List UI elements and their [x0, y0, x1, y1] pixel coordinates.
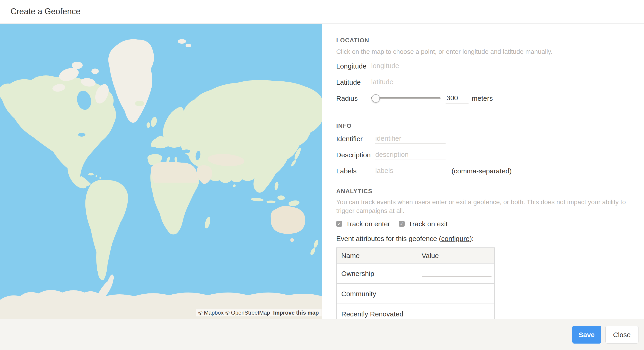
radius-row: Radius meters [336, 92, 644, 104]
identifier-input[interactable] [375, 133, 446, 144]
map-attribution: © Mapbox © OpenStreetMap Improve this ma… [196, 309, 322, 316]
attribute-name: Ownership [336, 263, 417, 284]
event-attributes-line: Event attributes for this geofence (conf… [336, 234, 644, 243]
latitude-label: Latitude [336, 78, 371, 86]
longitude-row: Longitude [336, 60, 644, 72]
identifier-label: Identifier [336, 134, 375, 142]
attribute-name: Recently Renovated [336, 304, 417, 319]
labels-label: Labels [336, 167, 375, 174]
map[interactable]: © Mapbox © OpenStreetMap Improve this ma… [0, 24, 322, 319]
attribute-value-input-recently-renovated[interactable] [422, 307, 492, 317]
location-helper-text: Click on the map to choose a point, or e… [336, 47, 644, 56]
modal-header: Create a Geofence [0, 0, 644, 24]
mapbox-attribution-link[interactable]: © Mapbox [198, 309, 224, 316]
modal-body: © Mapbox © OpenStreetMap Improve this ma… [0, 24, 644, 319]
geofence-form-panel: LOCATION Click on the map to choose a po… [322, 24, 644, 319]
event-attributes-text-before: Event attributes for this geofence ( [336, 235, 441, 242]
create-geofence-modal: Create a Geofence [0, 0, 644, 350]
radius-value-input[interactable] [446, 92, 468, 103]
table-row: Ownership [336, 263, 494, 284]
attribute-value-input-ownership[interactable] [422, 267, 492, 277]
attribute-value-input-community[interactable] [422, 287, 492, 297]
info-heading: INFO [336, 122, 644, 129]
labels-input[interactable] [375, 165, 446, 176]
longitude-input[interactable] [371, 60, 442, 71]
location-section: LOCATION Click on the map to choose a po… [336, 37, 644, 104]
latitude-row: Latitude [336, 76, 644, 88]
track-on-enter-label: Track on enter [346, 220, 390, 227]
labels-row: Labels (comma-separated) [336, 165, 644, 177]
world-map-svg [0, 24, 322, 319]
location-heading: LOCATION [336, 37, 644, 44]
track-on-enter-checkbox[interactable] [336, 221, 342, 227]
configure-link[interactable]: configure [441, 235, 470, 242]
name-column-header: Name [336, 248, 417, 263]
event-attributes-table: Name Value Ownership Community [336, 247, 495, 319]
description-row: Description [336, 148, 644, 160]
tracking-checkboxes: Track on enter Track on exit [336, 219, 644, 228]
track-on-exit-label: Track on exit [408, 220, 448, 227]
modal-footer: Save Close [0, 319, 644, 350]
labels-note: (comma-separated) [452, 167, 512, 174]
value-column-header: Value [417, 248, 494, 263]
table-row: Community [336, 284, 494, 304]
save-button[interactable]: Save [572, 325, 601, 343]
longitude-label: Longitude [336, 62, 371, 70]
close-button[interactable]: Close [605, 325, 638, 343]
radius-slider-track[interactable] [371, 97, 440, 99]
improve-this-map-link[interactable]: Improve this map [273, 309, 319, 316]
radius-slider-thumb[interactable] [372, 94, 380, 103]
info-section: INFO Identifier Description Labels (comm… [336, 122, 644, 177]
table-row: Recently Renovated [336, 304, 494, 319]
analytics-heading: ANALYTICS [336, 188, 644, 195]
radius-slider[interactable] [371, 92, 440, 104]
description-label: Description [336, 151, 375, 158]
latitude-input[interactable] [371, 76, 442, 87]
description-input[interactable] [375, 149, 446, 160]
radius-label: Radius [336, 94, 371, 102]
attribute-name: Community [336, 284, 417, 304]
analytics-helper-text: You can track events when users enter or… [336, 198, 644, 215]
identifier-row: Identifier [336, 132, 644, 144]
radius-unit-label: meters [472, 94, 493, 102]
table-header-row: Name Value [336, 248, 494, 263]
track-on-exit-checkbox[interactable] [399, 221, 405, 227]
osm-attribution-link[interactable]: © OpenStreetMap [226, 309, 270, 316]
page-title: Create a Geofence [10, 7, 80, 17]
analytics-section: ANALYTICS You can track events when user… [336, 188, 644, 319]
event-attributes-text-after: ): [470, 235, 474, 242]
